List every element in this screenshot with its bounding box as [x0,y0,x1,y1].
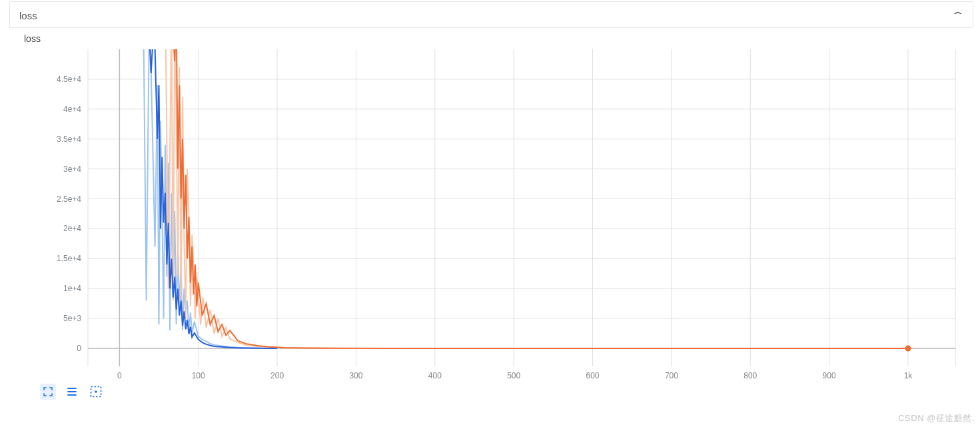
list-icon[interactable] [64,384,80,400]
expand-icon[interactable] [40,384,56,400]
svg-text:2.5e+4: 2.5e+4 [57,195,81,204]
svg-text:4.5e+4: 4.5e+4 [57,75,81,84]
section-title: loss [19,10,37,21]
svg-point-49 [95,391,97,392]
svg-text:2e+4: 2e+4 [63,224,81,233]
svg-point-47 [905,346,911,352]
chart-toolbar [40,384,104,400]
svg-text:300: 300 [349,371,362,380]
svg-text:200: 200 [270,371,284,380]
fit-icon[interactable] [88,384,104,400]
section-card: loss ⌃ [9,1,973,28]
svg-text:3.5e+4: 3.5e+4 [57,135,81,144]
svg-text:500: 500 [507,371,520,380]
chart-title: loss [9,28,980,47]
svg-text:100: 100 [192,371,205,380]
watermark: CSDN @征途黯然. [898,412,975,424]
svg-text:400: 400 [428,371,442,380]
svg-text:4e+4: 4e+4 [63,105,81,114]
svg-text:800: 800 [743,371,757,380]
svg-text:3e+4: 3e+4 [63,165,81,174]
svg-text:5e+3: 5e+3 [63,314,81,323]
chart-container: loss 05e+31e+41.5e+42e+42.5e+43e+43.5e+4… [9,28,980,393]
svg-text:600: 600 [586,371,600,380]
card-header[interactable]: loss ⌃ [10,2,973,27]
chart-plot-area[interactable]: 05e+31e+41.5e+42e+42.5e+43e+43.5e+44e+44… [9,47,967,393]
svg-text:1k: 1k [904,371,913,380]
svg-text:1.5e+4: 1.5e+4 [57,254,81,263]
chevron-up-icon[interactable]: ⌃ [950,11,966,20]
svg-text:1e+4: 1e+4 [63,284,81,293]
svg-text:0: 0 [77,344,81,353]
svg-text:900: 900 [823,371,836,380]
svg-text:700: 700 [665,371,678,380]
svg-text:0: 0 [117,371,122,380]
